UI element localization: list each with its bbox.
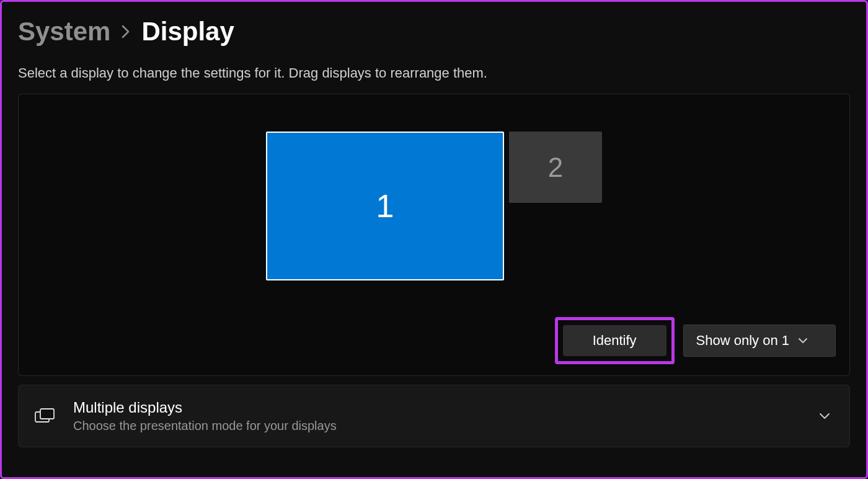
chevron-down-icon	[818, 411, 831, 422]
multiple-displays-row[interactable]: Multiple displays Choose the presentatio…	[18, 385, 850, 447]
chevron-down-icon	[798, 336, 808, 346]
display-mode-label: Show only on 1	[696, 333, 789, 349]
svg-rect-1	[40, 409, 54, 419]
breadcrumb: System Display	[18, 17, 850, 47]
setting-title: Multiple displays	[73, 399, 801, 416]
annotation-highlight: Identify	[555, 317, 675, 364]
monitor-2[interactable]: 2	[509, 132, 602, 203]
displays-icon	[35, 408, 56, 424]
identify-button[interactable]: Identify	[563, 325, 666, 356]
breadcrumb-parent[interactable]: System	[18, 17, 110, 47]
display-arrangement-area: 1 2 Identify Show only on 1	[18, 94, 850, 376]
display-mode-select[interactable]: Show only on 1	[683, 325, 836, 357]
arrangement-actions: Identify Show only on 1	[555, 317, 836, 364]
setting-text: Multiple displays Choose the presentatio…	[73, 399, 801, 433]
setting-subtitle: Choose the presentation mode for your di…	[73, 419, 801, 433]
chevron-right-icon	[122, 25, 130, 42]
page-title: Display	[141, 17, 234, 47]
page-description: Select a display to change the settings …	[18, 65, 850, 81]
monitor-1[interactable]: 1	[266, 132, 504, 280]
